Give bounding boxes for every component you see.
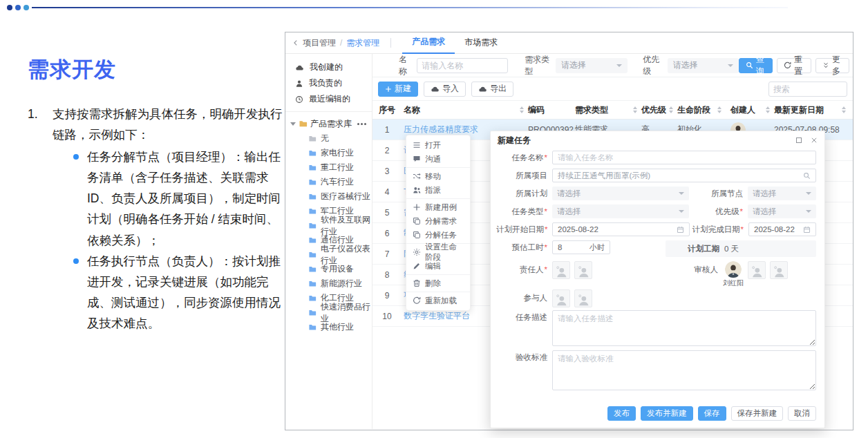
maximize-icon[interactable]	[795, 137, 802, 144]
column-header-priority[interactable]: 优先级	[639, 104, 675, 116]
column-header-creator[interactable]: 创建人	[724, 104, 772, 116]
column-header-name[interactable]: 名称	[402, 104, 526, 116]
sort-icon[interactable]	[766, 106, 770, 113]
plus-icon	[385, 86, 392, 93]
name-filter-input[interactable]	[417, 58, 508, 73]
save-button[interactable]: 保存	[698, 406, 726, 421]
publish-button[interactable]: 发布	[607, 406, 636, 421]
export-button[interactable]: 导出	[471, 82, 513, 97]
tree-item-industry[interactable]: 重工行业	[285, 160, 372, 175]
save-and-new-button[interactable]: 保存并新建	[731, 406, 784, 421]
tree-item-industry[interactable]: 家电行业	[285, 146, 372, 160]
new-button[interactable]: 新建	[378, 82, 418, 97]
sort-icon[interactable]	[842, 106, 846, 113]
import-button[interactable]: 导入	[424, 82, 466, 97]
required-mark: *	[545, 207, 547, 216]
type-filter-select[interactable]: 请选择	[556, 58, 628, 73]
folder-icon	[308, 280, 317, 287]
tab-market-requirements[interactable]: 市场需求	[455, 32, 507, 53]
tree-item-none[interactable]: 无	[285, 131, 372, 146]
task-name-input[interactable]: 请输入任务名称	[552, 151, 816, 164]
start-date-input[interactable]: 2025-08-22	[552, 222, 690, 236]
close-icon[interactable]	[811, 137, 818, 144]
column-header-no[interactable]: 序号	[372, 104, 402, 116]
sort-icon[interactable]	[633, 106, 637, 113]
user-placeholder-icon	[750, 265, 764, 278]
reviewer-avatar[interactable]	[725, 261, 742, 278]
add-reviewer-avatar-button[interactable]	[770, 261, 788, 279]
menu-item-communicate[interactable]: 沟通	[406, 152, 470, 166]
chevron-down-icon[interactable]	[290, 122, 296, 126]
tab-product-requirements[interactable]: 产品需求	[402, 32, 455, 54]
required-mark: *	[545, 153, 547, 162]
sidebar-item-recently-edited[interactable]: 最近编辑的	[285, 91, 372, 107]
calendar-icon[interactable]	[803, 226, 811, 234]
query-button[interactable]: 查询	[739, 58, 773, 73]
row-no: 10	[372, 312, 402, 321]
sort-icon[interactable]	[520, 106, 524, 113]
menu-item-open[interactable]: 打开	[406, 138, 470, 152]
acceptance-criteria-textarea[interactable]	[552, 350, 816, 390]
column-header-type[interactable]: 需求类型	[573, 104, 639, 116]
node-select[interactable]: 请选择	[748, 187, 816, 200]
requirement-link[interactable]: 压力传感器精度要求	[404, 124, 478, 135]
estimated-hours-input[interactable]: 8小时	[552, 240, 610, 254]
breadcrumb-parent[interactable]: 项目管理	[303, 37, 336, 49]
back-chevron-icon[interactable]	[292, 39, 299, 46]
column-header-updated[interactable]: 最新更新日期	[772, 104, 848, 116]
reset-button[interactable]: 重置	[777, 58, 811, 73]
tree-item-industry[interactable]: 医疗器械行业	[285, 189, 372, 204]
project-input[interactable]: 持续正压通气用面罩(示例)	[552, 169, 816, 182]
tree-item-industry[interactable]: 汽车行业	[285, 175, 372, 189]
refresh-icon	[784, 61, 791, 69]
tree-item-industry[interactable]: 新能源行业	[285, 276, 372, 291]
field-label-project: 所属项目	[496, 169, 552, 182]
task-type-select[interactable]: 请选择	[552, 204, 689, 218]
menu-item-set-lifecycle-stage[interactable]: 设置生命阶段	[406, 245, 470, 259]
menu-item-reload[interactable]: 重新加载	[406, 294, 470, 307]
priority-filter-select[interactable]: 请选择	[668, 58, 739, 73]
add-participant-avatar-button[interactable]	[574, 289, 592, 307]
tree-item-industry[interactable]: 软件及互联网行业	[285, 218, 372, 233]
user-placeholder-icon	[576, 265, 590, 278]
publish-and-new-button[interactable]: 发布并新建	[641, 406, 693, 421]
plan-select[interactable]: 请选择	[552, 187, 689, 200]
search-icon[interactable]	[803, 172, 811, 180]
breadcrumb-current[interactable]: 需求管理	[346, 37, 379, 49]
column-header-stage[interactable]: 生命阶段	[675, 104, 724, 116]
add-reviewer-avatar-button[interactable]	[748, 261, 766, 279]
more-filters-button[interactable]: 更多	[815, 58, 849, 73]
add-owner-avatar-button[interactable]	[552, 261, 570, 279]
sort-icon[interactable]	[669, 106, 673, 113]
shuffle-icon	[413, 172, 421, 180]
search-icon	[746, 61, 753, 69]
column-header-code[interactable]: 编码	[526, 104, 573, 116]
menu-item-assign[interactable]: 指派	[406, 183, 470, 197]
menu-item-new-use-case[interactable]: 新建用例	[406, 200, 470, 214]
tree-item-industry[interactable]: 电子仪器仪表行业	[285, 247, 372, 262]
modal-footer: 发布 发布并新建 保存 保存并新建 取消	[607, 406, 816, 421]
table-search-input[interactable]	[768, 82, 847, 97]
add-participant-avatar-button[interactable]	[552, 289, 570, 307]
sort-icon[interactable]	[717, 106, 721, 113]
menu-item-delete[interactable]: 删除	[406, 276, 470, 290]
tree-item-industry[interactable]: 快速消费品行业	[285, 305, 372, 320]
modal-header: 新建任务	[491, 131, 824, 149]
tree-root-product-requirement-library[interactable]: 产品需求库	[285, 116, 372, 131]
sidebar-item-owned-by-me[interactable]: 我负责的	[285, 75, 372, 91]
more-options-icon[interactable]	[357, 123, 366, 125]
add-owner-avatar-button[interactable]	[574, 261, 592, 279]
row-no: 2	[372, 146, 402, 155]
sidebar-item-created-by-me[interactable]: 我创建的	[285, 59, 372, 75]
priority-select[interactable]: 请选择	[748, 204, 816, 218]
calendar-icon[interactable]	[677, 226, 684, 234]
task-description-textarea[interactable]	[552, 310, 816, 346]
cancel-button[interactable]: 取消	[788, 406, 816, 421]
field-label-task-name: 任务名称*	[496, 151, 552, 164]
menu-item-decompose-requirement[interactable]: 分解需求	[406, 214, 470, 228]
menu-item-move[interactable]: 移动	[406, 169, 470, 183]
table-header: 序号 名称 编码 需求类型 优先级 生命阶段 创建人 最新更新日期	[372, 100, 853, 120]
requirement-link[interactable]: 数字孪生验证平台	[404, 310, 470, 322]
end-date-input[interactable]: 2025-08-22	[748, 222, 816, 236]
menu-item-decompose-task[interactable]: 分解任务	[406, 228, 470, 242]
